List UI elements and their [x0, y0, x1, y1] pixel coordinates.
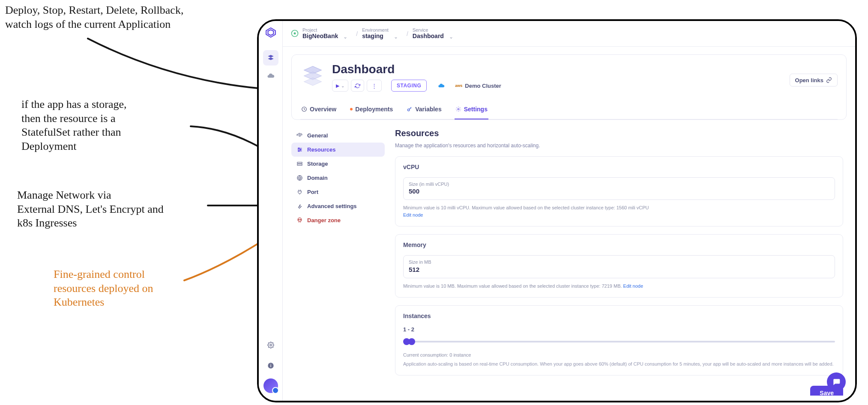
gear-icon	[455, 106, 461, 112]
tabs: Overview Deployments Variables Settings	[300, 101, 838, 119]
chevron-down-icon[interactable]: ⌄	[449, 34, 453, 40]
rail-environments[interactable]	[263, 50, 278, 66]
key-icon	[407, 106, 413, 112]
logo-icon	[265, 27, 276, 38]
chat-icon	[832, 378, 841, 386]
app-title: Dashboard	[332, 63, 838, 76]
cluster-chip[interactable]: aws Demo Cluster	[451, 80, 506, 92]
memory-section-title: Memory	[403, 241, 835, 248]
nav-storage[interactable]: Storage	[291, 157, 385, 171]
memory-section: Memory Size in MB Minimum value is 10 MB…	[395, 234, 843, 298]
svg-point-23	[458, 108, 459, 110]
instances-hint: Application auto-scaling is based on rea…	[403, 360, 835, 368]
svg-rect-17	[270, 365, 271, 367]
svg-marker-14	[268, 30, 273, 36]
nav-port[interactable]: Port	[291, 185, 385, 199]
nav-resources-label: Resources	[307, 146, 335, 153]
status-dot-icon	[350, 108, 353, 110]
svg-point-22	[408, 109, 410, 111]
annotation-advanced: Fine-grained control resources deployed …	[54, 268, 153, 310]
instances-section: Instances 1 - 2 Current consumption: 0 i…	[395, 305, 843, 375]
open-links-button[interactable]: Open links	[790, 74, 838, 86]
rail-info[interactable]	[263, 358, 278, 373]
tab-deployments[interactable]: Deployments	[349, 101, 394, 119]
svg-point-24	[299, 135, 301, 137]
refresh-button[interactable]	[351, 80, 364, 92]
left-rail	[259, 21, 283, 401]
svg-rect-31	[297, 162, 302, 164]
vcpu-field[interactable]: Size (in milli vCPU)	[403, 177, 835, 200]
tab-settings-label: Settings	[464, 106, 488, 113]
chevron-down-icon[interactable]: ⌄	[343, 34, 347, 40]
svg-point-36	[300, 219, 301, 220]
cloud-chip[interactable]	[434, 80, 448, 92]
rail-cloud[interactable]	[263, 68, 278, 83]
crumb-env-label: Environment	[362, 28, 389, 33]
instances-slider[interactable]	[403, 335, 835, 347]
nav-general-label: General	[307, 132, 328, 139]
disk-icon	[296, 161, 303, 167]
crumb-project-label: Project	[302, 28, 338, 33]
env-badge: STAGING	[391, 80, 427, 92]
play-button[interactable]: ▶⌄	[332, 80, 348, 92]
svg-rect-32	[297, 164, 302, 165]
breadcrumbs: Project BigNeoBank ⌄ / Environment stagi…	[283, 21, 855, 47]
page-title: Resources	[395, 128, 843, 138]
memory-input[interactable]	[409, 266, 829, 273]
tab-settings[interactable]: Settings	[455, 101, 488, 119]
nav-storage-label: Storage	[307, 161, 328, 167]
nav-resources[interactable]: Resources	[291, 143, 385, 157]
nav-domain-label: Domain	[307, 175, 328, 181]
user-avatar[interactable]	[263, 378, 278, 393]
open-links-label: Open links	[795, 77, 823, 83]
nav-advanced-label: Advanced settings	[307, 203, 357, 209]
slash-icon: /	[356, 30, 358, 37]
tab-overview-label: Overview	[310, 106, 336, 113]
vcpu-section-title: vCPU	[403, 164, 835, 170]
slash-icon: /	[407, 30, 408, 37]
action-row: ▶⌄ ⋮ STAGING aws	[332, 80, 838, 92]
rail-settings[interactable]	[263, 337, 278, 353]
memory-edit-node-link[interactable]: Edit node	[623, 283, 643, 289]
annotation-stateful: if the app has a storage, then the resou…	[21, 98, 126, 153]
nav-danger[interactable]: Danger zone	[291, 213, 385, 227]
instances-consumption: Current consumption: 0 instance	[403, 351, 835, 359]
main-area: Project BigNeoBank ⌄ / Environment stagi…	[283, 21, 855, 401]
memory-field[interactable]: Size in MB	[403, 255, 835, 278]
page-subtitle: Manage the application's resources and h…	[395, 143, 843, 149]
nav-domain[interactable]: Domain	[291, 171, 385, 185]
tab-variables-label: Variables	[415, 106, 442, 113]
chat-fab[interactable]	[827, 372, 846, 391]
crumb-env[interactable]: Environment staging	[362, 28, 389, 39]
crumb-service[interactable]: Service Dashboard	[413, 28, 444, 39]
gear-icon	[296, 132, 303, 139]
nav-port-label: Port	[307, 189, 318, 195]
svg-point-35	[299, 219, 299, 220]
vcpu-input[interactable]	[409, 188, 829, 195]
vcpu-hint: Minimum value is 10 milli vCPU. Maximum …	[403, 204, 835, 218]
chevron-down-icon[interactable]: ⌄	[394, 34, 398, 40]
tab-variables[interactable]: Variables	[406, 101, 443, 119]
plug-icon	[296, 189, 303, 195]
tab-deployments-label: Deployments	[355, 106, 393, 113]
more-button[interactable]: ⋮	[367, 80, 382, 92]
svg-point-28	[298, 148, 299, 149]
vcpu-edit-node-link[interactable]: Edit node	[403, 212, 423, 217]
nav-advanced[interactable]: Advanced settings	[291, 199, 385, 213]
clock-icon	[301, 106, 307, 112]
sliders-icon	[296, 146, 303, 153]
memory-field-label: Size in MB	[409, 259, 829, 265]
app-frame: Project BigNeoBank ⌄ / Environment stagi…	[257, 19, 857, 402]
crumb-project[interactable]: Project BigNeoBank	[302, 28, 338, 39]
svg-point-29	[300, 149, 301, 150]
tab-overview[interactable]: Overview	[300, 101, 337, 119]
link-icon	[826, 77, 832, 83]
crumb-service-label: Service	[413, 28, 444, 33]
crumb-service-value: Dashboard	[413, 33, 444, 39]
vcpu-field-label: Size (in milli vCPU)	[409, 181, 829, 188]
svg-point-15	[270, 344, 272, 346]
svg-point-20	[294, 32, 296, 34]
instances-range: 1 - 2	[403, 326, 835, 333]
nav-general[interactable]: General	[291, 128, 385, 143]
globe-icon	[296, 175, 303, 181]
